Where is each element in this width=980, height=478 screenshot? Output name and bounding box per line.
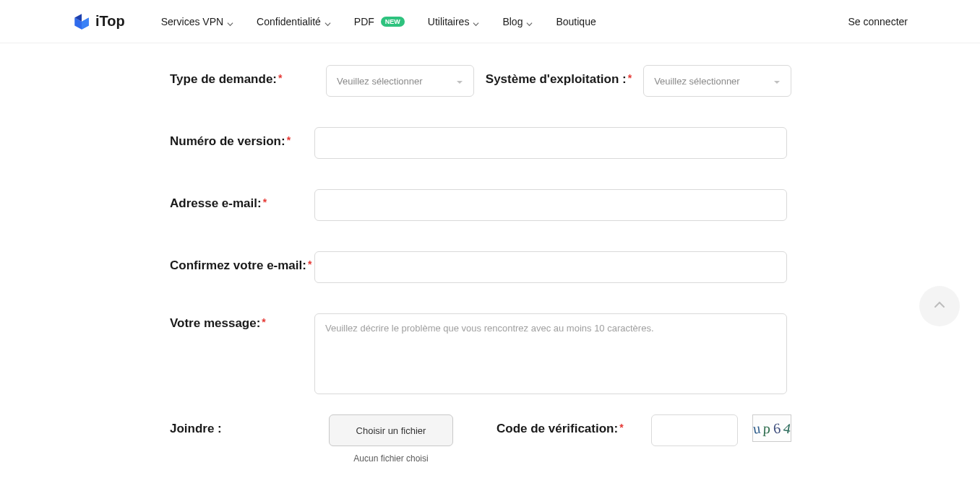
request-type-select[interactable]: Veuillez sélectionner	[326, 65, 474, 97]
caret-down-icon	[456, 77, 463, 84]
chevron-down-icon	[324, 18, 331, 25]
email-label: Adresse e-mail:*	[170, 189, 314, 211]
logo[interactable]: iTop	[72, 12, 125, 31]
scroll-to-top-button[interactable]	[919, 286, 960, 326]
logo-icon	[72, 12, 91, 31]
chevron-up-icon	[932, 297, 947, 315]
nav-services-vpn[interactable]: Services VPN	[161, 16, 233, 27]
confirm-email-label: Confirmez votre e-mail:*	[170, 251, 314, 273]
version-input[interactable]	[314, 127, 787, 159]
header: iTop Services VPN Confidentialité PDF NE…	[0, 0, 980, 43]
message-textarea[interactable]	[314, 313, 787, 394]
choose-file-button[interactable]: Choisir un fichier	[329, 414, 453, 446]
new-badge: NEW	[381, 17, 405, 27]
attach-label: Joindre :	[170, 414, 314, 436]
file-status: Aucun fichier choisi	[329, 453, 453, 464]
nav-pdf[interactable]: PDF NEW	[354, 16, 405, 27]
verify-input[interactable]	[651, 414, 738, 446]
verify-label: Code de vérification:*	[497, 414, 624, 436]
version-label: Numéro de version:*	[170, 127, 314, 149]
chevron-down-icon	[526, 18, 533, 25]
nav-utilitaires[interactable]: Utilitaires	[428, 16, 480, 27]
caret-down-icon	[773, 77, 781, 84]
confirm-email-input[interactable]	[314, 251, 787, 283]
main-nav: Services VPN Confidentialité PDF NEW Uti…	[161, 16, 848, 27]
chevron-down-icon	[473, 18, 479, 25]
os-select[interactable]: Veuillez sélectionner	[643, 65, 791, 97]
request-type-label: Type de demande:*	[170, 65, 314, 87]
logo-text: iTop	[95, 13, 125, 30]
captcha-image[interactable]: u p 6 4	[752, 414, 791, 442]
nav-boutique[interactable]: Boutique	[556, 16, 596, 27]
chevron-down-icon	[227, 18, 233, 25]
support-form: Type de demande:* Veuillez sélectionner …	[170, 43, 791, 464]
nav-confidentialite[interactable]: Confidentialité	[257, 16, 331, 27]
email-input[interactable]	[314, 189, 787, 221]
message-label: Votre message:*	[170, 313, 314, 331]
login-link[interactable]: Se connecter	[848, 16, 908, 27]
os-label: Système d'exploitation :*	[486, 65, 632, 87]
nav-blog[interactable]: Blog	[502, 16, 533, 27]
